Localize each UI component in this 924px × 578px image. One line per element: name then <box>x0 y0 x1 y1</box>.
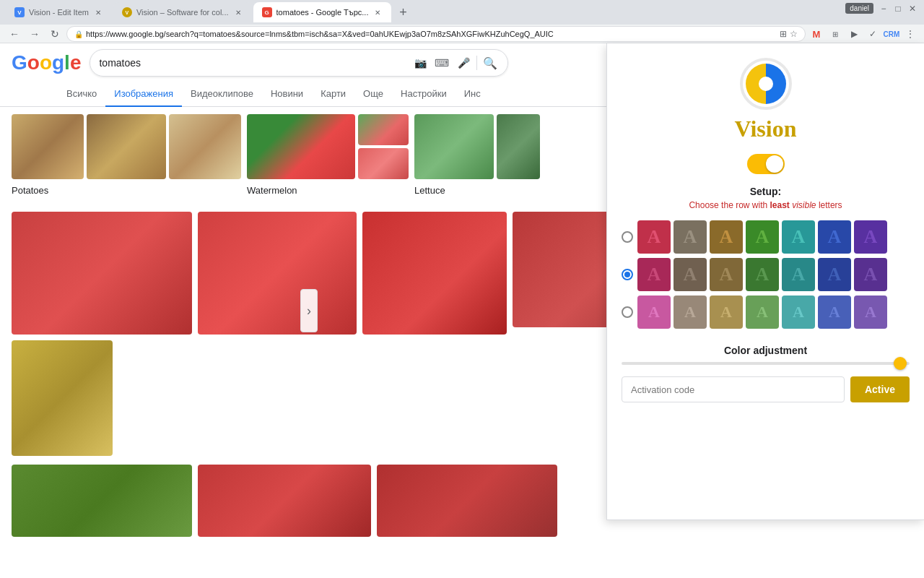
search-box[interactable]: tomatoes 📷 ⌨ 🎤 🔍 <box>90 49 508 77</box>
potato-thumb-2[interactable] <box>87 114 166 179</box>
back-button[interactable]: ← <box>6 25 23 43</box>
watermelon-label: Watermelon <box>247 182 409 199</box>
ext3-icon[interactable]: CRM <box>884 26 899 42</box>
cell-r1c5[interactable]: A <box>782 220 815 254</box>
vision-logo <box>740 58 792 110</box>
cell-r1c7[interactable]: A <box>854 220 887 254</box>
browser-chrome: V Vision - Edit Item ✕ V Vision – Softwa… <box>0 0 924 43</box>
cell-r1c6[interactable]: A <box>818 220 851 254</box>
nav-images[interactable]: Изображения <box>105 82 182 107</box>
lettuce-group[interactable]: Lettuce <box>414 114 540 199</box>
gmail-icon[interactable]: M <box>808 26 824 42</box>
row-radio-3[interactable] <box>622 306 633 318</box>
tab-2[interactable]: V Vision – Software for col... ✕ <box>113 2 252 22</box>
nav-news[interactable]: Новини <box>262 82 312 107</box>
nav-more[interactable]: Още <box>354 82 392 107</box>
watermelon-thumb-2[interactable] <box>358 114 409 145</box>
vision-panel: Vision Setup: Choose the row with least … <box>606 43 924 520</box>
forward-button[interactable]: → <box>26 25 43 43</box>
lettuce-thumb-2[interactable] <box>497 114 540 179</box>
cell-r2c5[interactable]: A <box>782 258 815 291</box>
potato-thumb-3[interactable] <box>169 114 241 179</box>
cell-r3c7[interactable]: A <box>854 296 887 329</box>
cell-r2c6[interactable]: A <box>818 258 851 291</box>
translate-icon[interactable]: ⊞ <box>780 29 787 39</box>
watermelon-images <box>247 114 409 179</box>
maximize-button[interactable]: □ <box>892 3 904 14</box>
cell-r2c2[interactable]: A <box>674 258 707 291</box>
toggle-container <box>747 154 785 174</box>
active-button[interactable]: Active <box>850 376 910 402</box>
cell-r3c2[interactable]: A <box>674 296 707 329</box>
cell-r3c1[interactable]: A <box>637 296 671 329</box>
enable-toggle[interactable] <box>747 154 785 174</box>
tab-3-close[interactable]: ✕ <box>372 7 383 17</box>
cell-r3c6[interactable]: A <box>818 296 851 329</box>
potatoes-label: Potatoes <box>12 182 241 199</box>
potato-thumb-1[interactable] <box>12 114 84 179</box>
cell-r1c1[interactable]: A <box>637 220 671 254</box>
tomato-yellow-3[interactable] <box>12 340 113 456</box>
cell-r3c5[interactable]: A <box>782 296 815 329</box>
reload-button[interactable]: ↻ <box>46 25 64 43</box>
tab-1[interactable]: V Vision - Edit Item ✕ <box>6 2 112 22</box>
nav-maps[interactable]: Карти <box>312 82 354 107</box>
voice-search-icon[interactable]: 🎤 <box>455 54 472 72</box>
tomato-large-2[interactable] <box>198 212 357 335</box>
color-slider-thumb[interactable] <box>894 357 907 370</box>
tomato-vine-1[interactable] <box>12 465 192 537</box>
lettuce-thumb-1[interactable] <box>414 114 494 179</box>
cell-r3c3[interactable]: A <box>710 296 743 329</box>
color-slider[interactable] <box>622 362 910 365</box>
camera-search-icon[interactable]: 📷 <box>411 54 429 72</box>
tab-3[interactable]: G tomatoes - Google Търс... ✕ <box>253 2 392 22</box>
cell-r2c3[interactable]: A <box>710 258 743 291</box>
close-button[interactable]: ✕ <box>907 3 918 14</box>
tomato-large-1[interactable] <box>12 212 192 335</box>
logo-letter-o1: o <box>27 51 40 74</box>
tomato-large-3[interactable] <box>362 212 507 335</box>
cell-r3c4[interactable]: A <box>746 296 779 329</box>
user-label: daniel <box>845 3 873 14</box>
nav-ins[interactable]: Инс <box>456 82 489 107</box>
keyboard-icon[interactable]: ⌨ <box>433 54 450 72</box>
tab-3-title: tomatoes - Google Търс... <box>276 8 369 17</box>
apps-icon[interactable]: ⊞ <box>827 26 843 42</box>
new-tab-button[interactable]: + <box>393 2 413 22</box>
cell-r2c4[interactable]: A <box>746 258 779 291</box>
nav-all[interactable]: Всичко <box>58 82 105 107</box>
scroll-right-arrow[interactable]: › <box>300 289 318 332</box>
row-radio-2[interactable] <box>622 269 633 280</box>
ext1-icon[interactable]: ▶ <box>846 26 862 42</box>
watermelon-thumb-3[interactable] <box>358 148 409 179</box>
lettuce-images <box>414 114 540 179</box>
cell-r1c3[interactable]: A <box>710 220 743 254</box>
tab-1-close[interactable]: ✕ <box>93 7 103 17</box>
row-1-cells: A A A A A A A <box>637 220 887 254</box>
tomato-vine-2[interactable] <box>198 465 371 537</box>
tab-2-close[interactable]: ✕ <box>233 7 243 17</box>
letter-row-2: A A A A A A A <box>622 258 910 291</box>
google-logo: G o o g l e <box>12 51 81 74</box>
minimize-button[interactable]: − <box>878 3 889 14</box>
search-query: tomatoes <box>99 57 406 69</box>
chrome-menu-icon[interactable]: ⋮ <box>902 26 918 42</box>
tomato-vine-3[interactable] <box>377 465 557 537</box>
vision-logo-center <box>759 77 773 91</box>
cell-r2c1[interactable]: A <box>637 258 671 291</box>
cell-r1c2[interactable]: A <box>674 220 707 254</box>
watermelon-thumb-1[interactable] <box>247 114 355 179</box>
ext2-icon[interactable]: ✓ <box>865 26 881 42</box>
potatoes-group[interactable]: Potatoes <box>12 114 241 199</box>
activation-input[interactable] <box>622 376 845 402</box>
window-controls: − □ ✕ <box>878 3 918 14</box>
watermelon-group[interactable]: Watermelon <box>247 114 409 199</box>
cell-r1c4[interactable]: A <box>746 220 779 254</box>
cell-r2c7[interactable]: A <box>854 258 887 291</box>
search-submit-icon[interactable]: 🔍 <box>481 54 499 72</box>
url-bar[interactable]: 🔒 https://www.google.bg/search?q=tomatoe… <box>66 26 806 42</box>
nav-videos[interactable]: Видеоклипове <box>182 82 262 107</box>
nav-settings[interactable]: Настройки <box>392 82 456 107</box>
bookmark-icon[interactable]: ☆ <box>790 29 798 39</box>
row-radio-1[interactable] <box>622 231 633 243</box>
